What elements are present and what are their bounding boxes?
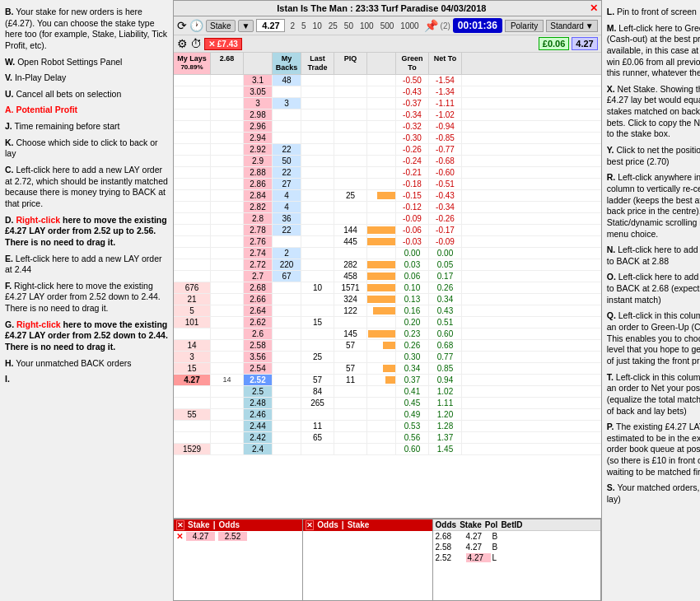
grid-row-4[interactable]: 2.96-0.32-0.94	[174, 121, 601, 133]
green-cell-19[interactable]: 0.13	[396, 294, 429, 305]
price-cell-0[interactable]: 3.1	[244, 75, 273, 86]
lay-cell-17[interactable]	[174, 271, 211, 282]
lay-cell-23[interactable]: 14	[174, 340, 211, 351]
net-cell-9[interactable]: -0.51	[429, 179, 462, 189]
green-cell-17[interactable]: 0.06	[396, 271, 429, 282]
unmatched-lay-row[interactable]: ✕ 4.27 2.52	[174, 531, 302, 542]
backs-cell-22[interactable]	[273, 328, 301, 339]
lay-cell-32[interactable]: 1529	[174, 444, 211, 454]
grid-row-28[interactable]: 2.482650.451.11	[174, 398, 601, 409]
lay-cell-21[interactable]: 101	[174, 317, 211, 328]
backs-cell-9[interactable]: 27	[273, 179, 301, 189]
profit-display[interactable]: £0.06	[539, 37, 570, 50]
settings-icon[interactable]: ⚙	[177, 37, 188, 50]
green-cell-0[interactable]: -0.50	[396, 75, 429, 86]
lay-cell-22[interactable]	[174, 328, 211, 339]
lay-cell-9[interactable]	[174, 179, 211, 189]
grid-row-18[interactable]: 6762.681015710.100.26	[174, 282, 601, 294]
grid-row-24[interactable]: 33.56250.300.77	[174, 352, 601, 363]
green-cell-24[interactable]: 0.30	[396, 352, 429, 362]
price-cell-31[interactable]: 2.42	[244, 432, 273, 443]
lay-cell-15[interactable]	[174, 248, 211, 259]
stake-2[interactable]: 2	[287, 21, 297, 31]
lay-cell-7[interactable]	[174, 156, 211, 166]
green-cell-29[interactable]: 0.49	[396, 409, 429, 420]
grid-row-14[interactable]: 2.76445-0.03-0.09	[174, 236, 601, 248]
lay-cell-2[interactable]	[174, 98, 211, 109]
net-cell-22[interactable]: 0.60	[429, 328, 462, 339]
grid-row-12[interactable]: 2.836-0.09-0.26	[174, 213, 601, 225]
grid-row-3[interactable]: 2.98-0.34-1.02	[174, 109, 601, 121]
polarity-button[interactable]: Polarity	[505, 20, 544, 32]
backs-cell-6[interactable]: 22	[273, 144, 301, 155]
stake-dropdown[interactable]: Stake	[206, 20, 236, 32]
green-cell-21[interactable]: 0.20	[396, 317, 429, 328]
net-cell-27[interactable]: 1.02	[429, 386, 462, 397]
net-cell-19[interactable]: 0.34	[429, 294, 462, 305]
grid-row-32[interactable]: 15292.40.601.45	[174, 444, 601, 455]
price-cell-21[interactable]: 2.62	[244, 317, 273, 328]
green-cell-18[interactable]: 0.10	[396, 282, 429, 293]
net-cell-12[interactable]: -0.26	[429, 213, 462, 224]
net-cell-26[interactable]: 0.94	[429, 375, 462, 385]
backs-cell-15[interactable]: 2	[273, 248, 301, 259]
green-cell-2[interactable]: -0.37	[396, 98, 429, 109]
price-cell-12[interactable]: 2.8	[244, 213, 273, 224]
green-cell-3[interactable]: -0.34	[396, 109, 429, 120]
price-cell-19[interactable]: 2.66	[244, 294, 273, 305]
net-cell-8[interactable]: -0.60	[429, 167, 462, 178]
green-cell-26[interactable]: 0.37	[396, 375, 429, 385]
back-header-x[interactable]: ✕	[306, 520, 314, 530]
green-cell-1[interactable]: -0.43	[396, 86, 429, 97]
grid-row-5[interactable]: 2.94-0.30-0.85	[174, 133, 601, 144]
backs-cell-32[interactable]	[273, 444, 301, 454]
price-cell-11[interactable]: 2.82	[244, 202, 273, 212]
net-cell-2[interactable]: -1.11	[429, 98, 462, 109]
net-cell-7[interactable]: -0.68	[429, 156, 462, 166]
backs-cell-23[interactable]	[273, 340, 301, 351]
backs-cell-21[interactable]	[273, 317, 301, 328]
green-cell-20[interactable]: 0.16	[396, 305, 429, 316]
backs-cell-30[interactable]	[273, 421, 301, 431]
grid-row-9[interactable]: 2.8627-0.18-0.51	[174, 179, 601, 190]
backs-cell-18[interactable]	[273, 282, 301, 293]
price-cell-8[interactable]: 2.88	[244, 167, 273, 178]
grid-row-20[interactable]: 52.641220.160.43	[174, 305, 601, 317]
lay-cell-25[interactable]: 15	[174, 363, 211, 374]
stake-1000[interactable]: 1000	[398, 21, 421, 31]
green-cell-10[interactable]: -0.15	[396, 190, 429, 201]
lay-cell-6[interactable]	[174, 144, 211, 155]
green-cell-27[interactable]: 0.41	[396, 386, 429, 397]
lay-row-x[interactable]: ✕	[176, 532, 183, 541]
net-cell-13[interactable]: -0.17	[429, 225, 462, 235]
net-cell-14[interactable]: -0.09	[429, 236, 462, 247]
backs-cell-16[interactable]: 220	[273, 259, 301, 270]
backs-cell-11[interactable]: 4	[273, 202, 301, 212]
grid-row-30[interactable]: 2.44110.531.28	[174, 421, 601, 432]
price-cell-18[interactable]: 2.68	[244, 282, 273, 293]
grid-row-17[interactable]: 2.7674580.060.17	[174, 271, 601, 282]
backs-cell-8[interactable]: 22	[273, 167, 301, 178]
price-cell-15[interactable]: 2.74	[244, 248, 273, 259]
lay-cell-20[interactable]: 5	[174, 305, 211, 316]
lay-cell-18[interactable]: 676	[174, 282, 211, 293]
green-cell-28[interactable]: 0.45	[396, 398, 429, 408]
net-cell-21[interactable]: 0.51	[429, 317, 462, 328]
green-cell-6[interactable]: -0.26	[396, 144, 429, 155]
net-cell-0[interactable]: -1.54	[429, 75, 462, 86]
backs-cell-26[interactable]	[273, 375, 301, 385]
lay-cell-1[interactable]	[174, 86, 211, 97]
green-cell-30[interactable]: 0.53	[396, 421, 429, 431]
stake-100[interactable]: 100	[357, 21, 376, 31]
net-cell-1[interactable]: -1.34	[429, 86, 462, 97]
price-cell-10[interactable]: 2.84	[244, 190, 273, 201]
green-cell-4[interactable]: -0.32	[396, 121, 429, 132]
backs-cell-20[interactable]	[273, 305, 301, 316]
price-cell-2[interactable]: 3	[244, 98, 273, 109]
lay-cell-27[interactable]	[174, 386, 211, 397]
grid-row-19[interactable]: 212.663240.130.34	[174, 294, 601, 305]
net-cell-5[interactable]: -0.85	[429, 133, 462, 143]
grid-row-29[interactable]: 552.460.491.20	[174, 409, 601, 421]
green-cell-12[interactable]: -0.09	[396, 213, 429, 224]
grid-row-11[interactable]: 2.824-0.12-0.34	[174, 202, 601, 213]
